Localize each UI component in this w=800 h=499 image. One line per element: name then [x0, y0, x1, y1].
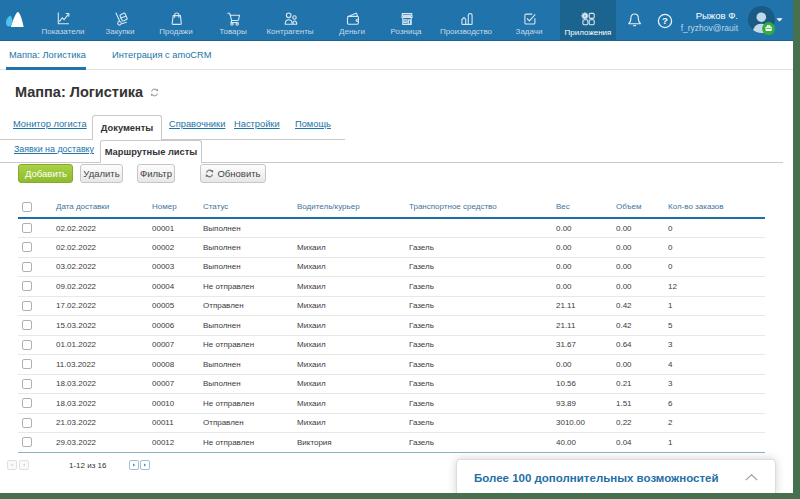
svg-text:?: ?	[662, 15, 668, 26]
